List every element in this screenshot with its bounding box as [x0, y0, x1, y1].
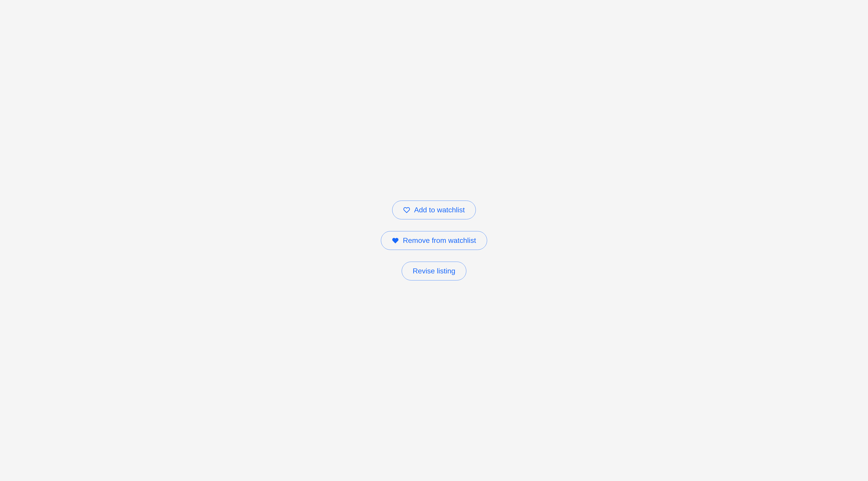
add-to-watchlist-label: Add to watchlist: [414, 206, 465, 214]
heart-filled-icon: [392, 237, 399, 244]
revise-listing-button[interactable]: Revise listing: [402, 262, 467, 280]
remove-from-watchlist-label: Remove from watchlist: [403, 236, 476, 245]
remove-from-watchlist-button[interactable]: Remove from watchlist: [381, 231, 487, 250]
button-group: Add to watchlist Remove from watchlist R…: [381, 201, 487, 280]
add-to-watchlist-button[interactable]: Add to watchlist: [392, 201, 476, 219]
revise-listing-label: Revise listing: [413, 267, 456, 275]
heart-outline-icon: [403, 207, 410, 213]
